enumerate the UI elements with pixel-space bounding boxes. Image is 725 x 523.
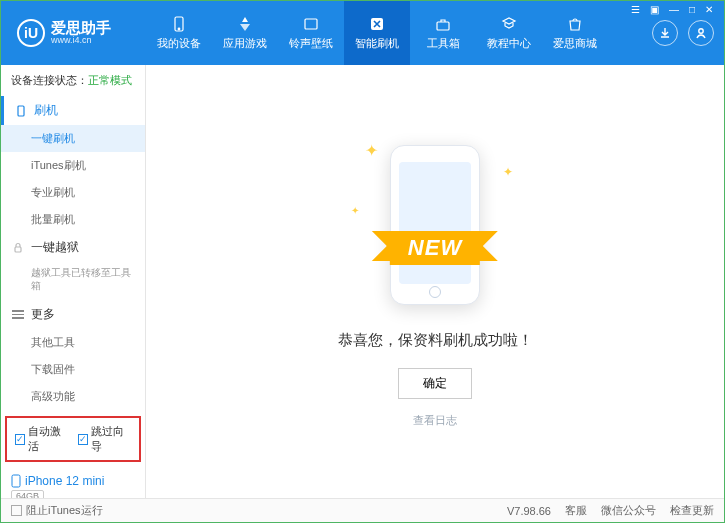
svg-point-1 (178, 28, 180, 30)
section-more[interactable]: 更多 (1, 300, 145, 329)
tutorial-icon (500, 15, 518, 33)
nav-label: 智能刷机 (355, 36, 399, 51)
window-maximize-icon[interactable]: □ (687, 4, 697, 15)
nav-label: 我的设备 (157, 36, 201, 51)
sidebar-item-batch-flash[interactable]: 批量刷机 (1, 206, 145, 233)
more-icon (11, 308, 25, 322)
main-content: ✦ ✦ ✦ NEW 恭喜您，保资料刷机成功啦！ 确定 查看日志 (146, 65, 724, 498)
sidebar-item-oneclick-flash[interactable]: 一键刷机 (1, 125, 145, 152)
svg-rect-8 (12, 475, 20, 487)
connected-device[interactable]: iPhone 12 mini 64GB Down-12mini-13,1 (1, 468, 145, 498)
section-flash[interactable]: 刷机 (1, 96, 145, 125)
window-close-icon[interactable]: ✕ (703, 4, 715, 15)
ok-button[interactable]: 确定 (398, 368, 472, 399)
footer-link-support[interactable]: 客服 (565, 503, 587, 518)
view-log-link[interactable]: 查看日志 (413, 413, 457, 428)
sidebar: 设备连接状态：正常模式 刷机 一键刷机 iTunes刷机 专业刷机 批量刷机 一… (1, 65, 146, 498)
download-icon[interactable] (652, 20, 678, 46)
sparkle-icon: ✦ (365, 141, 378, 160)
checkbox-icon: ✓ (78, 434, 88, 445)
phone-graphic (390, 145, 480, 305)
section-title: 一键越狱 (31, 239, 79, 256)
section-jailbreak[interactable]: 一键越狱 (1, 233, 145, 262)
apps-icon (236, 15, 254, 33)
checkbox-auto-activate[interactable]: ✓ 自动激活 (15, 424, 68, 454)
jailbreak-note: 越狱工具已转移至工具箱 (1, 262, 145, 300)
nav-store[interactable]: 爱思商城 (542, 1, 608, 65)
section-title: 刷机 (34, 102, 58, 119)
window-menu-icon[interactable]: ☰ (629, 4, 642, 15)
sidebar-item-advanced[interactable]: 高级功能 (1, 383, 145, 410)
svg-rect-6 (18, 106, 24, 116)
nav-tutorials[interactable]: 教程中心 (476, 1, 542, 65)
sidebar-item-download-firmware[interactable]: 下载固件 (1, 356, 145, 383)
checkbox-block-itunes[interactable] (11, 505, 22, 516)
nav-label: 教程中心 (487, 36, 531, 51)
nav-toolbox[interactable]: 工具箱 (410, 1, 476, 65)
device-storage: 64GB (11, 490, 44, 498)
wallpaper-icon (302, 15, 320, 33)
nav-apps-games[interactable]: 应用游戏 (212, 1, 278, 65)
app-title: 爱思助手 (51, 20, 111, 37)
status-value: 正常模式 (88, 74, 132, 86)
window-minimize-icon[interactable]: — (667, 4, 681, 15)
header: iU 爱思助手 www.i4.cn 我的设备 应用游戏 铃声壁纸 智能刷机 工具… (1, 1, 724, 65)
svg-rect-7 (15, 247, 21, 252)
activation-options: ✓ 自动激活 ✓ 跳过向导 (5, 416, 141, 462)
svg-rect-2 (305, 19, 317, 29)
nav-label: 爱思商城 (553, 36, 597, 51)
store-icon (566, 15, 584, 33)
version-label: V7.98.66 (507, 505, 551, 517)
sidebar-item-pro-flash[interactable]: 专业刷机 (1, 179, 145, 206)
section-title: 更多 (31, 306, 55, 323)
phone-icon (14, 104, 28, 118)
user-icon[interactable] (688, 20, 714, 46)
nav-label: 工具箱 (427, 36, 460, 51)
connection-status: 设备连接状态：正常模式 (1, 65, 145, 96)
footer: 阻止iTunes运行 V7.98.66 客服 微信公众号 检查更新 (1, 498, 724, 522)
checkbox-skip-guide[interactable]: ✓ 跳过向导 (78, 424, 131, 454)
footer-link-wechat[interactable]: 微信公众号 (601, 503, 656, 518)
window-skin-icon[interactable]: ▣ (648, 4, 661, 15)
nav-my-device[interactable]: 我的设备 (146, 1, 212, 65)
block-itunes-label: 阻止iTunes运行 (26, 503, 103, 518)
checkbox-icon: ✓ (15, 434, 25, 445)
nav-label: 铃声壁纸 (289, 36, 333, 51)
sparkle-icon: ✦ (503, 165, 513, 179)
device-name: iPhone 12 mini (25, 474, 104, 488)
svg-rect-4 (437, 22, 449, 30)
sidebar-item-other-tools[interactable]: 其他工具 (1, 329, 145, 356)
sparkle-icon: ✦ (351, 205, 359, 216)
nav-ringtones[interactable]: 铃声壁纸 (278, 1, 344, 65)
flash-icon (368, 15, 386, 33)
toolbox-icon (434, 15, 452, 33)
logo[interactable]: iU 爱思助手 www.i4.cn (1, 1, 146, 65)
footer-link-update[interactable]: 检查更新 (670, 503, 714, 518)
app-url: www.i4.cn (51, 36, 111, 46)
nav-smart-flash[interactable]: 智能刷机 (344, 1, 410, 65)
success-illustration: ✦ ✦ ✦ NEW (345, 135, 525, 315)
lock-icon (11, 241, 25, 255)
success-message: 恭喜您，保资料刷机成功啦！ (338, 331, 533, 350)
top-nav: 我的设备 应用游戏 铃声壁纸 智能刷机 工具箱 教程中心 爱思商城 (146, 1, 652, 65)
nav-label: 应用游戏 (223, 36, 267, 51)
new-ribbon: NEW (390, 231, 480, 265)
sidebar-item-itunes-flash[interactable]: iTunes刷机 (1, 152, 145, 179)
logo-icon: iU (17, 19, 45, 47)
device-icon (11, 474, 21, 488)
svg-point-5 (699, 29, 703, 33)
device-icon (170, 15, 188, 33)
